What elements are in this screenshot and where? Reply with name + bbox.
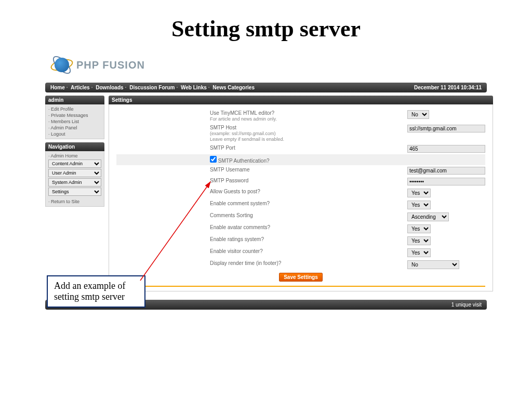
nav-panel-body: Admin Home Content Admin User Admin Syst… <box>45 151 104 207</box>
input-smtp-user[interactable] <box>407 167 485 175</box>
select-settings[interactable]: Settings <box>48 188 101 196</box>
sidebar-item-admin-panel[interactable]: Admin Panel <box>48 125 101 131</box>
input-smtp-host[interactable] <box>407 125 485 132</box>
sidebar-item-edit-profile[interactable]: Edit Profile <box>48 106 101 112</box>
select-ratings[interactable]: Yes <box>407 236 431 245</box>
settings-header: Settings <box>109 96 493 104</box>
label-smtp-port: SMTP Port <box>116 145 407 151</box>
row-render: Display render time (in footer)? No <box>116 259 485 271</box>
nav-home[interactable]: Home <box>50 85 65 90</box>
sidebar-item-private-messages[interactable]: Private Messages <box>48 112 101 118</box>
label-smtp-host-sub2: Leave empty if sendmail is enabled. <box>210 137 284 142</box>
select-comments[interactable]: Yes <box>407 201 431 209</box>
select-render[interactable]: No <box>407 260 459 269</box>
sidebar-item-logout[interactable]: Logout <box>48 131 101 137</box>
save-row: Save Settings <box>116 271 485 284</box>
row-sort: Comments Sorting Ascending <box>116 211 485 223</box>
admin-panel-header: admin <box>45 96 104 104</box>
select-visitor[interactable]: Yes <box>407 248 431 257</box>
select-content-admin[interactable]: Content Admin <box>48 159 101 168</box>
label-render: Display render time (in footer)? <box>116 260 407 266</box>
label-guests: Allow Guests to post? <box>116 189 407 194</box>
input-smtp-pass[interactable] <box>407 178 485 185</box>
sidebar-item-members-list[interactable]: Members List <box>48 118 101 125</box>
row-smtp-host: SMTP Host(example: ssl://smtp.gmail.com)… <box>116 123 485 143</box>
select-tinymce[interactable]: No <box>407 110 429 119</box>
main: Settings Use TinyMCE HTML editor?For art… <box>109 96 493 291</box>
select-user-admin[interactable]: User Admin <box>48 169 101 177</box>
row-guests: Allow Guests to post? Yes <box>116 187 485 199</box>
label-tinymce-sub: For article and news admin only. <box>210 116 277 122</box>
row-ratings: Enable ratings system? Yes <box>116 235 485 247</box>
slide-title: Setting smtp server <box>0 0 532 52</box>
topnav-datetime: December 11 2014 10:34:11 <box>414 85 482 90</box>
row-tinymce: Use TinyMCE HTML editor?For article and … <box>116 109 485 123</box>
logo: PHP FUSION <box>49 52 532 77</box>
nav-downloads[interactable]: Downloads <box>96 85 123 90</box>
label-ratings: Enable ratings system? <box>116 236 407 242</box>
nav-weblinks[interactable]: Web Links <box>181 85 207 90</box>
row-visitor: Enable visitor counter? Yes <box>116 247 485 259</box>
sidebar-item-admin-home[interactable]: Admin Home <box>48 153 101 159</box>
label-comments: Enable comment system? <box>116 201 407 206</box>
sidebar-item-return[interactable]: Return to Site <box>48 198 101 205</box>
select-sort[interactable]: Ascending <box>407 212 449 221</box>
topnav: Home· Articles· Downloads· Discussion Fo… <box>45 83 487 92</box>
label-sort: Comments Sorting <box>116 212 407 218</box>
topnav-links: Home· Articles· Downloads· Discussion Fo… <box>50 85 255 90</box>
nav-panel-header: Navigation <box>45 142 104 151</box>
divider <box>116 286 485 287</box>
nav-forum[interactable]: Discussion Forum <box>129 85 175 90</box>
label-smtp-auth: SMTP Authentication? <box>218 158 270 164</box>
row-smtp-auth: SMTP Authentication? <box>116 154 485 165</box>
label-smtp-host-sub1: (example: ssl://smtp.gmail.com) <box>210 131 276 136</box>
logo-text: PHP FUSION <box>76 59 145 71</box>
select-avatar[interactable]: Yes <box>407 224 431 233</box>
logo-icon <box>49 52 74 77</box>
select-system-admin[interactable]: System Admin <box>48 178 101 187</box>
save-settings-button[interactable]: Save Settings <box>279 273 323 282</box>
label-smtp-user: SMTP Username <box>116 167 407 172</box>
row-smtp-user: SMTP Username <box>116 165 485 176</box>
label-avatar: Enable avatar comments? <box>116 224 407 230</box>
label-smtp-host: SMTP Host <box>210 125 236 130</box>
row-comments: Enable comment system? Yes <box>116 199 485 211</box>
nav-news[interactable]: News Categories <box>212 85 255 90</box>
admin-panel-body: Edit Profile Private Messages Members Li… <box>45 104 104 139</box>
label-visitor: Enable visitor counter? <box>116 248 407 254</box>
row-avatar: Enable avatar comments? Yes <box>116 223 485 235</box>
nav-articles[interactable]: Articles <box>71 85 90 90</box>
row-smtp-port: SMTP Port <box>116 143 485 154</box>
select-guests[interactable]: Yes <box>407 189 431 197</box>
annotation-box: Add an example of setting smtp server <box>47 275 145 308</box>
label-tinymce: Use TinyMCE HTML editor? <box>210 110 274 116</box>
sidebar: admin Edit Profile Private Messages Memb… <box>45 96 104 291</box>
label-smtp-pass: SMTP Password <box>116 178 407 183</box>
checkbox-smtp-auth[interactable] <box>210 156 217 163</box>
settings-body: Use TinyMCE HTML editor?For article and … <box>109 104 493 291</box>
row-smtp-pass: SMTP Password <box>116 176 485 187</box>
input-smtp-port[interactable] <box>407 145 485 153</box>
